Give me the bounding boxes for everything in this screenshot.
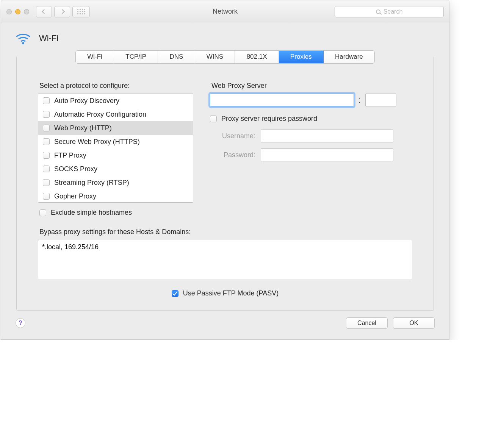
svg-point-0 bbox=[22, 42, 24, 44]
protocol-gopher[interactable]: Gopher Proxy bbox=[38, 189, 193, 203]
requires-password-label: Proxy server requires password bbox=[221, 115, 317, 123]
search-placeholder: Search bbox=[383, 8, 403, 15]
username-input[interactable] bbox=[261, 130, 393, 142]
tab-hardware[interactable]: Hardware bbox=[324, 51, 374, 63]
password-input[interactable] bbox=[261, 148, 393, 161]
protocol-checkbox[interactable] bbox=[43, 166, 50, 172]
tab-proxies[interactable]: Proxies bbox=[279, 51, 324, 63]
protocol-label: Automatic Proxy Configuration bbox=[54, 111, 146, 119]
select-protocol-label: Select a protocol to configure: bbox=[39, 82, 193, 90]
forward-button[interactable] bbox=[54, 6, 70, 17]
grid-icon bbox=[77, 9, 85, 14]
protocol-label: FTP Proxy bbox=[54, 152, 86, 159]
password-row: Password: bbox=[210, 148, 412, 161]
protocol-label: Web Proxy (HTTP) bbox=[54, 124, 112, 132]
username-label: Username: bbox=[210, 132, 255, 140]
tab-bar: Wi-Fi TCP/IP DNS WINS 802.1X Proxies Har… bbox=[75, 50, 375, 64]
protocol-checkbox[interactable] bbox=[43, 125, 50, 131]
protocol-socks[interactable]: SOCKS Proxy bbox=[38, 162, 193, 176]
protocol-ftp[interactable]: FTP Proxy bbox=[38, 148, 193, 162]
protocol-label: Auto Proxy Discovery bbox=[54, 97, 119, 105]
requires-password-checkbox[interactable] bbox=[210, 116, 217, 122]
protocol-auto-discovery[interactable]: Auto Proxy Discovery bbox=[38, 94, 193, 108]
proxies-sheet: Select a protocol to configure: Auto Pro… bbox=[16, 57, 434, 311]
close-window-button[interactable] bbox=[6, 9, 12, 14]
protocol-secure-https[interactable]: Secure Web Proxy (HTTPS) bbox=[38, 135, 193, 148]
server-port-colon: : bbox=[358, 96, 362, 105]
protocol-checkbox[interactable] bbox=[43, 97, 50, 104]
protocol-column: Select a protocol to configure: Auto Pro… bbox=[38, 82, 193, 217]
search-input[interactable]: Search bbox=[335, 6, 444, 17]
server-row: : bbox=[210, 94, 412, 106]
protocol-checkbox[interactable] bbox=[43, 179, 50, 186]
bypass-textarea[interactable] bbox=[38, 240, 412, 279]
tab-8021x[interactable]: 802.1X bbox=[235, 51, 279, 63]
requires-password-row: Proxy server requires password bbox=[210, 115, 412, 123]
passive-ftp-label: Use Passive FTP Mode (PASV) bbox=[183, 289, 279, 297]
interface-name: Wi-Fi bbox=[39, 33, 58, 43]
search-icon bbox=[376, 9, 380, 14]
proxy-server-input[interactable] bbox=[210, 94, 354, 106]
show-all-button[interactable] bbox=[72, 6, 90, 17]
exclude-simple-hostnames-row: Exclude simple hostnames bbox=[39, 209, 193, 217]
protocol-checkbox[interactable] bbox=[43, 138, 50, 145]
protocol-label: SOCKS Proxy bbox=[54, 165, 97, 173]
protocol-checkbox[interactable] bbox=[43, 111, 50, 118]
password-label: Password: bbox=[210, 151, 255, 159]
zoom-window-button[interactable] bbox=[24, 9, 29, 14]
help-button[interactable]: ? bbox=[16, 318, 25, 328]
preferences-window: Network Search Wi-Fi Wi-Fi TCP/IP DNS bbox=[1, 0, 449, 340]
titlebar: Network Search bbox=[1, 0, 449, 23]
back-button[interactable] bbox=[36, 6, 52, 17]
protocol-label: Secure Web Proxy (HTTPS) bbox=[54, 138, 140, 146]
username-row: Username: bbox=[210, 130, 412, 142]
protocol-list[interactable]: Auto Proxy Discovery Automatic Proxy Con… bbox=[38, 94, 193, 203]
tab-dns[interactable]: DNS bbox=[158, 51, 195, 63]
protocol-label: Gopher Proxy bbox=[54, 192, 96, 200]
ok-button[interactable]: OK bbox=[393, 317, 435, 329]
window-controls bbox=[6, 9, 29, 14]
minimize-window-button[interactable] bbox=[15, 9, 20, 14]
exclude-simple-hostnames-label: Exclude simple hostnames bbox=[51, 209, 132, 217]
passive-ftp-checkbox[interactable] bbox=[172, 290, 178, 297]
nav-buttons bbox=[36, 6, 70, 17]
bypass-label: Bypass proxy settings for these Hosts & … bbox=[39, 228, 412, 236]
protocol-label: Streaming Proxy (RTSP) bbox=[54, 179, 129, 187]
protocol-auto-config[interactable]: Automatic Proxy Configuration bbox=[38, 108, 193, 121]
chevron-right-icon bbox=[60, 9, 65, 14]
proxy-port-input[interactable] bbox=[365, 94, 396, 106]
tab-tcpip[interactable]: TCP/IP bbox=[114, 51, 158, 63]
protocol-rtsp[interactable]: Streaming Proxy (RTSP) bbox=[38, 176, 193, 189]
protocol-checkbox[interactable] bbox=[43, 193, 50, 200]
protocol-checkbox[interactable] bbox=[43, 152, 50, 159]
exclude-simple-hostnames-checkbox[interactable] bbox=[39, 209, 46, 216]
interface-header: Wi-Fi bbox=[15, 31, 436, 45]
cancel-button[interactable]: Cancel bbox=[346, 317, 388, 329]
tab-wins[interactable]: WINS bbox=[195, 51, 235, 63]
wifi-icon bbox=[15, 31, 31, 45]
passive-ftp-row: Use Passive FTP Mode (PASV) bbox=[38, 289, 412, 297]
footer: ? Cancel OK bbox=[16, 317, 435, 329]
web-proxy-server-label: Web Proxy Server bbox=[211, 82, 412, 90]
chevron-left-icon bbox=[42, 9, 47, 14]
tab-wifi[interactable]: Wi-Fi bbox=[76, 51, 114, 63]
server-column: Web Proxy Server : Proxy server requires… bbox=[210, 82, 412, 217]
window-body: Wi-Fi Wi-Fi TCP/IP DNS WINS 802.1X Proxi… bbox=[1, 23, 449, 339]
protocol-web-http[interactable]: Web Proxy (HTTP) bbox=[38, 121, 193, 135]
